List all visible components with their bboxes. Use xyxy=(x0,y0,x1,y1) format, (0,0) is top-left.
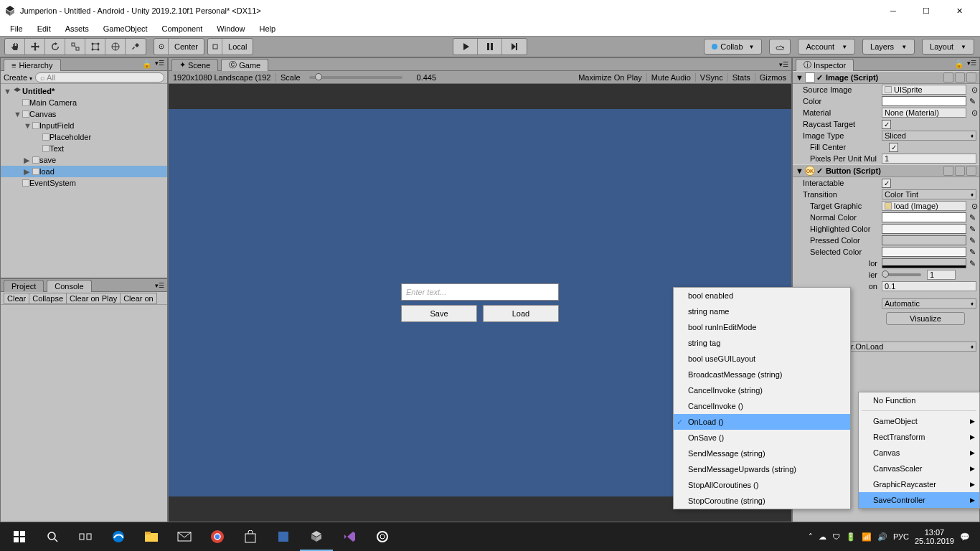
console-collapse-button[interactable]: Collapse xyxy=(29,293,67,304)
close-button[interactable]: ✕ xyxy=(943,0,976,22)
transition-dropdown[interactable]: Color Tint♦ xyxy=(882,189,976,199)
tray-volume-icon[interactable]: 🔊 xyxy=(877,532,887,542)
panel-lock-icon[interactable]: 🔒 xyxy=(954,60,964,69)
source-image-field[interactable]: UISprite xyxy=(882,85,966,95)
rect-tool[interactable] xyxy=(85,39,105,55)
menu-gameobject[interactable]: GameObject xyxy=(98,24,154,33)
taskbar-chrome[interactable] xyxy=(201,522,234,551)
minimize-button[interactable]: ─ xyxy=(877,0,910,22)
mute-toggle[interactable]: Mute Audio xyxy=(647,73,696,82)
panel-menu-icon[interactable]: ▾☰ xyxy=(155,282,164,289)
preset-icon[interactable] xyxy=(955,166,965,176)
taskbar-visualstudio[interactable] xyxy=(333,522,366,551)
fillcenter-checkbox[interactable]: ✓ xyxy=(889,143,898,152)
image-enabled-checkbox[interactable]: ✓ xyxy=(816,73,823,83)
transform-tool[interactable] xyxy=(105,39,126,55)
tree-item-load[interactable]: ▶ load xyxy=(1,166,167,177)
panel-lock-icon[interactable]: 🔒 xyxy=(142,60,152,69)
ctx-item-enabled[interactable]: bool enabled xyxy=(674,288,850,303)
gizmos-dropdown[interactable]: Gizmos xyxy=(755,73,791,82)
console-tab[interactable]: Console xyxy=(47,280,91,292)
ctx-item-canvasscaler[interactable]: CanvasScaler▶ xyxy=(859,461,979,476)
taskview-button[interactable] xyxy=(69,522,102,551)
raycast-checkbox[interactable]: ✓ xyxy=(882,120,891,129)
ctx-item-graphicraycaster[interactable]: GraphicRaycaster▶ xyxy=(859,476,979,492)
navigation-dropdown[interactable]: Automatic♦ xyxy=(882,298,976,309)
tray-defender-icon[interactable]: 🛡 xyxy=(832,532,840,541)
material-field[interactable]: None (Material) xyxy=(882,108,966,118)
ctx-item-nofunction[interactable]: No Function xyxy=(859,392,979,408)
target-field[interactable]: load (Image) xyxy=(882,201,966,211)
fade-duration-field[interactable]: 0.1 xyxy=(882,281,976,291)
menu-file[interactable]: File xyxy=(4,24,29,33)
maximize-toggle[interactable]: Maximize On Play xyxy=(574,73,647,82)
eyedropper-icon[interactable]: ✎ xyxy=(969,248,979,257)
taskbar-store[interactable] xyxy=(234,522,267,551)
image-component-header[interactable]: ▼ ✓ Image (Script) xyxy=(793,71,979,84)
tray-notifications-icon[interactable]: 💬 xyxy=(960,532,970,542)
eyedropper-icon[interactable]: ✎ xyxy=(969,236,979,245)
scene-row[interactable]: ▼Untitled* xyxy=(1,85,167,97)
console-clear-button[interactable]: Clear xyxy=(4,293,29,304)
tree-item-inputfield[interactable]: ▼ InputField xyxy=(1,120,167,131)
taskbar-edge[interactable] xyxy=(102,522,135,551)
resolution-dropdown[interactable]: 1920x1080 Landscape (192 xyxy=(169,73,276,82)
color-field[interactable] xyxy=(882,96,966,106)
ctx-item-tag[interactable]: string tag xyxy=(674,335,850,351)
vsync-toggle[interactable]: VSync xyxy=(696,73,728,82)
gear-icon[interactable] xyxy=(966,72,976,83)
pressed-color-field[interactable] xyxy=(882,235,966,245)
layers-dropdown[interactable]: Layers ▼ xyxy=(862,39,915,55)
help-icon[interactable] xyxy=(943,166,953,176)
highlighted-color-field[interactable] xyxy=(882,224,966,234)
tree-item-text[interactable]: Text xyxy=(1,143,167,154)
taskbar-app2[interactable] xyxy=(366,522,399,551)
tree-item-maincamera[interactable]: Main Camera xyxy=(1,97,167,108)
pixels-field[interactable]: 1 xyxy=(882,154,976,164)
menu-assets[interactable]: Assets xyxy=(60,24,95,33)
scale-slider[interactable] xyxy=(309,76,402,79)
inspector-tab[interactable]: ⓘInspector xyxy=(796,59,854,71)
tree-item-save[interactable]: ▶ save xyxy=(1,154,167,166)
cloud-button[interactable] xyxy=(769,39,791,55)
play-button[interactable] xyxy=(453,39,478,55)
eyedropper-icon[interactable]: ✎ xyxy=(969,213,979,222)
ctx-item-cancelinvoke[interactable]: CancelInvoke () xyxy=(674,398,850,414)
rotation-local-button[interactable]: Local xyxy=(222,39,253,55)
tray-lang[interactable]: РУС xyxy=(893,532,909,541)
tray-wifi-icon[interactable]: 📶 xyxy=(862,532,872,542)
taskbar-explorer[interactable] xyxy=(135,522,168,551)
taskbar-unity[interactable] xyxy=(300,522,333,551)
scene-tab[interactable]: ✦Scene xyxy=(171,59,218,71)
taskbar-app1[interactable] xyxy=(267,522,300,551)
eyedropper-icon[interactable]: ✎ xyxy=(969,225,979,234)
ctx-item-name[interactable]: string name xyxy=(674,303,850,319)
stats-toggle[interactable]: Stats xyxy=(728,73,755,82)
color-multiplier-field[interactable]: 1 xyxy=(927,270,956,280)
hierarchy-tab[interactable]: ≡Hierarchy xyxy=(4,59,61,71)
object-picker-icon[interactable]: ⊙ xyxy=(969,108,979,118)
custom-tool[interactable] xyxy=(126,39,146,55)
search-button[interactable] xyxy=(36,522,69,551)
ctx-item-stopallcoroutines[interactable]: StopAllCoroutines () xyxy=(674,477,850,493)
collab-dropdown[interactable]: Collab ▼ xyxy=(704,39,762,55)
game-load-button[interactable]: Load xyxy=(483,305,559,322)
rotate-tool[interactable] xyxy=(45,39,65,55)
gear-icon[interactable] xyxy=(966,166,976,176)
eyedropper-icon[interactable]: ✎ xyxy=(969,259,979,268)
disabled-color-field[interactable] xyxy=(882,258,966,268)
eyedropper-icon[interactable]: ✎ xyxy=(969,97,979,106)
hand-tool[interactable] xyxy=(5,39,25,55)
ctx-item-broadcastmessage[interactable]: BroadcastMessage (string) xyxy=(674,367,850,382)
button-enabled-checkbox[interactable]: ✓ xyxy=(816,166,823,176)
step-button[interactable] xyxy=(502,39,527,55)
ctx-item-useguilayout[interactable]: bool useGUILayout xyxy=(674,351,850,367)
hierarchy-search[interactable]: ⌕All xyxy=(35,72,164,83)
ctx-item-stopcoroutine[interactable]: StopCoroutine (string) xyxy=(674,493,850,509)
taskbar-mail[interactable] xyxy=(168,522,201,551)
menu-edit[interactable]: Edit xyxy=(32,24,57,33)
selected-color-field[interactable] xyxy=(882,247,966,257)
project-tab[interactable]: Project xyxy=(4,280,44,292)
panel-menu-icon[interactable]: ▾☰ xyxy=(155,60,164,69)
ctx-item-canvas[interactable]: Canvas▶ xyxy=(859,445,979,461)
